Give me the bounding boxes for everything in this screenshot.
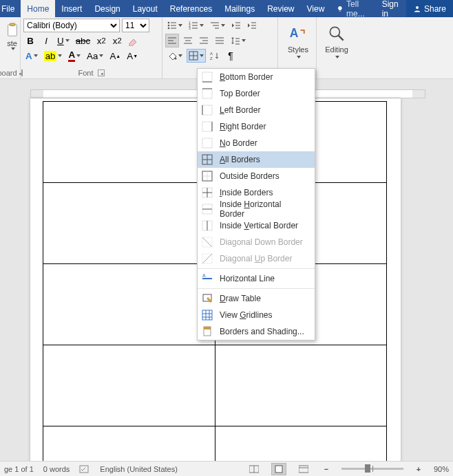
tab-mailings[interactable]: Mailings	[218, 0, 261, 17]
border-menu-inside_v[interactable]: Inside Vertical Border	[198, 217, 315, 234]
svg-rect-55	[202, 122, 212, 131]
multilevel-icon	[210, 21, 220, 30]
border-menu-label: No Border	[220, 138, 257, 148]
increase-indent-button[interactable]	[245, 19, 259, 32]
border-menu-label: Top Border	[220, 89, 260, 98]
editing-button[interactable]: Editing	[319, 19, 354, 64]
border-menu-bottom[interactable]: Bottom Border	[198, 69, 315, 85]
change-case-button[interactable]: Aa	[85, 49, 105, 63]
font-dialog-launcher[interactable]	[98, 69, 105, 76]
inc-indent-icon	[247, 21, 257, 30]
numbering-button[interactable]: 123	[187, 19, 206, 32]
border-menu-all[interactable]: All Borders	[198, 151, 315, 168]
tab-view[interactable]: View	[301, 0, 331, 17]
print-layout-button[interactable]	[271, 463, 286, 475]
border-diag_down-icon	[202, 237, 213, 248]
ribbon-tabs: File Home Insert Design Layout Reference…	[0, 0, 453, 17]
border-menu-top[interactable]: Top Border	[198, 85, 315, 102]
superscript-button[interactable]: x2	[110, 34, 124, 47]
clear-formatting-button[interactable]	[126, 34, 141, 47]
font-color-button[interactable]: A	[66, 49, 83, 63]
sort-button[interactable]: AZ	[208, 49, 222, 63]
tab-file[interactable]: File	[0, 0, 21, 17]
font-name-select[interactable]: Calibri (Body)	[23, 19, 120, 32]
multilevel-button[interactable]	[208, 19, 227, 32]
editing-label: Editing	[325, 45, 348, 54]
zoom-in-button[interactable]: +	[413, 465, 424, 473]
styles-button[interactable]: A Styles	[281, 19, 315, 64]
border-menu-label: Borders and Shading...	[220, 327, 304, 336]
borders-icon	[189, 51, 198, 61]
border-menu-outside[interactable]: Outside Borders	[198, 168, 315, 184]
border-menu-left[interactable]: Left Border	[198, 102, 315, 118]
grow-font-button[interactable]: A▲	[107, 49, 123, 63]
show-marks-button[interactable]: ¶	[224, 49, 238, 63]
border-menu-none[interactable]: No Border	[198, 135, 315, 151]
font-size-select[interactable]: 11	[122, 19, 149, 32]
border-menu-inside_h[interactable]: Inside Horizontal Border	[198, 201, 315, 217]
border-gridlines-icon	[202, 310, 213, 321]
border-menu-inside[interactable]: Inside Borders	[198, 184, 315, 201]
tab-design[interactable]: Design	[88, 0, 126, 17]
align-right-button[interactable]	[197, 34, 211, 47]
border-menu-label: All Borders	[220, 155, 260, 164]
tell-me[interactable]: Tell me...	[330, 0, 375, 17]
tab-layout[interactable]: Layout	[127, 0, 164, 17]
zoom-slider[interactable]	[341, 468, 403, 470]
align-left-button[interactable]	[165, 34, 179, 47]
line-spacing-button[interactable]	[229, 34, 248, 47]
svg-text:A: A	[210, 52, 213, 56]
svg-rect-2	[10, 23, 14, 26]
underline-button[interactable]: U	[55, 34, 72, 47]
tell-me-label: Tell me...	[346, 0, 370, 19]
svg-line-48	[339, 36, 344, 41]
zoom-level[interactable]: 90%	[434, 465, 449, 473]
bullets-icon	[167, 21, 177, 30]
border-menu-gridlines[interactable]: View Gridlines	[198, 307, 315, 323]
bullets-button[interactable]	[165, 19, 185, 32]
highlight-button[interactable]: ab	[42, 49, 65, 63]
tab-insert[interactable]: Insert	[55, 0, 88, 17]
border-menu-hline[interactable]: A Horizontal Line	[198, 270, 315, 287]
word-count-status[interactable]: 0 words	[43, 465, 70, 473]
read-mode-button[interactable]	[246, 463, 262, 475]
shading-button[interactable]	[165, 49, 185, 63]
tab-home[interactable]: Home	[21, 0, 55, 17]
zoom-out-button[interactable]: −	[321, 465, 332, 473]
web-layout-button[interactable]	[296, 463, 311, 475]
svg-text:A: A	[290, 26, 299, 40]
justify-icon	[215, 36, 224, 45]
svg-point-47	[330, 27, 339, 36]
border-outside-icon	[202, 171, 213, 182]
decrease-indent-button[interactable]	[229, 19, 243, 32]
spellcheck-icon[interactable]	[79, 464, 90, 474]
border-menu-shading[interactable]: Borders and Shading...	[198, 323, 315, 340]
share-button[interactable]: Share	[406, 0, 453, 17]
borders-button[interactable]	[187, 49, 206, 63]
group-font-label: Font	[78, 69, 93, 77]
border-none-icon	[202, 138, 213, 149]
border-menu-right[interactable]: Right Border	[198, 118, 315, 135]
text-effects-button[interactable]: A	[23, 49, 40, 63]
bold-button[interactable]: B	[23, 34, 37, 47]
sort-icon: AZ	[210, 51, 220, 61]
page-number-status[interactable]: ge 1 of 1	[4, 465, 34, 473]
svg-text:3: 3	[189, 26, 191, 30]
clipboard-dialog-launcher[interactable]	[21, 69, 23, 76]
align-center-button[interactable]	[181, 34, 195, 47]
strikethrough-button[interactable]: abc	[74, 34, 93, 47]
paste-icon	[5, 21, 20, 39]
italic-button[interactable]: I	[39, 34, 53, 47]
shrink-font-button[interactable]: A▼	[125, 49, 140, 63]
border-bottom-icon	[202, 72, 213, 83]
tab-review[interactable]: Review	[261, 0, 300, 17]
subscript-button[interactable]: x2	[94, 34, 108, 47]
align-left-icon	[167, 36, 177, 45]
border-menu-draw[interactable]: Draw Table	[198, 290, 315, 307]
border-menu-label: Outside Borders	[220, 171, 280, 181]
signin-link[interactable]: Sign in	[376, 0, 406, 17]
lightbulb-icon	[337, 4, 344, 14]
justify-button[interactable]	[213, 34, 226, 47]
language-status[interactable]: English (United States)	[100, 465, 178, 473]
tab-references[interactable]: References	[164, 0, 218, 17]
